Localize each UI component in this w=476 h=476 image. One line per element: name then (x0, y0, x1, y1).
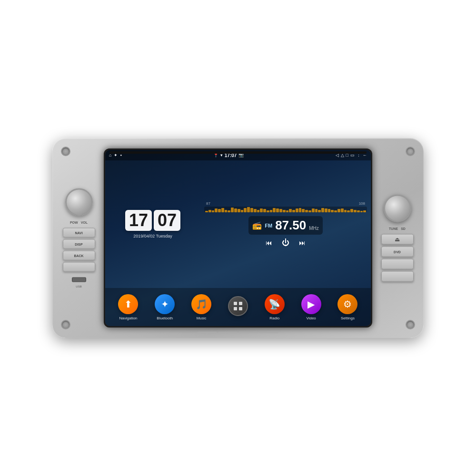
next-button[interactable]: ⏭ (299, 239, 306, 247)
navigation-label: Navigation (119, 316, 138, 320)
freq-value: 87.50 (275, 218, 306, 233)
head-unit: POW VOL NAVI DISP BACK USB TUNE SD ⏏ DVD (52, 138, 424, 338)
clock-date: 2019/04/02 Tuesday (133, 234, 172, 238)
left-knob-labels: POW VOL (70, 221, 88, 224)
freq-start: 87 (206, 201, 210, 206)
settings-app[interactable]: ⚙ Settings (337, 294, 357, 320)
pow-label: POW (70, 221, 78, 224)
clock-hours-block: 17 (125, 210, 152, 231)
eject-button[interactable]: ⏏ (381, 234, 414, 245)
usb-port (72, 278, 86, 282)
radio-app-icon: 📡 (268, 298, 280, 310)
freq-range-labels: 87 108 (204, 201, 367, 206)
settings-icon: ⚙ (343, 298, 352, 310)
apps-icon-circle (228, 296, 248, 316)
video-app[interactable]: ▶ Video (301, 294, 321, 320)
vol-label: VOL (81, 221, 88, 224)
mount-hole-tr (406, 147, 415, 156)
vent-1 (198, 332, 217, 333)
clock-minutes-block: 07 (154, 210, 180, 231)
navi-button[interactable]: NAVI (63, 228, 95, 238)
main-content: 17 07 2019/04/02 Tuesday 87 108 (105, 160, 371, 288)
freq-end: 108 (359, 201, 365, 206)
vol-pow-knob[interactable] (65, 188, 93, 216)
freq-bars-visual (204, 207, 367, 212)
main-screen[interactable]: ⌂ ✦ ▪ 📍 ▾ 17:07 📷 ◁ △ □ ▭ ⋮ ← (105, 150, 371, 326)
left-panel: POW VOL NAVI DISP BACK USB (56, 188, 101, 288)
radio-info: 📻 FM 87.50 MHz (248, 216, 323, 235)
extra-right-btn1[interactable] (381, 259, 414, 269)
extra-left-button[interactable] (63, 262, 95, 272)
mhz-label: MHz (309, 226, 319, 233)
apps-launcher[interactable] (228, 296, 248, 318)
apps-grid-icon (233, 301, 243, 311)
music-icon-circle: 🎵 (191, 294, 211, 314)
sd-label: SD (401, 227, 406, 230)
clock-hours: 17 (129, 212, 148, 229)
disp-button[interactable]: DISP (63, 239, 95, 249)
dvd-button[interactable]: DVD (381, 247, 414, 257)
right-knob-labels: TUNE SD (389, 227, 406, 230)
bluetooth-label: Bluetooth (157, 316, 173, 320)
radio-display: 📻 FM 87.50 MHz (248, 216, 323, 235)
app-row: ⬆ Navigation ✦ Bluetooth 🎵 Music (105, 288, 371, 326)
mount-hole-bl (61, 320, 70, 329)
radio-label: Radio (269, 316, 279, 320)
bluetooth-app[interactable]: ✦ Bluetooth (155, 294, 175, 320)
vent-3 (239, 332, 258, 333)
video-label: Video (306, 316, 316, 320)
navigation-app[interactable]: ⬆ Navigation (118, 294, 138, 320)
mount-hole-br (406, 320, 415, 329)
power-button[interactable]: ⏻ (282, 238, 289, 247)
navigation-icon-circle: ⬆ (118, 294, 138, 314)
video-icon: ▶ (307, 298, 315, 310)
fm-label: FM (265, 223, 272, 228)
extra-right-btn2[interactable] (381, 271, 414, 282)
svg-rect-3 (239, 307, 242, 310)
mount-hole-tl (61, 147, 70, 156)
clock-widget: 17 07 2019/04/02 Tuesday (105, 160, 200, 288)
radio-widget: 87 108 📻 FM 87.50 MHz (200, 160, 371, 288)
navigation-icon: ⬆ (124, 298, 132, 310)
back-button-left[interactable]: BACK (63, 251, 95, 260)
settings-icon-circle: ⚙ (337, 294, 357, 314)
vent-4 (259, 332, 278, 333)
music-icon: 🎵 (196, 298, 208, 310)
bluetooth-icon: ✦ (161, 298, 169, 310)
radio-controls: ⏮ ⏻ ⏭ (266, 238, 306, 247)
clock-minutes: 07 (158, 212, 177, 229)
bluetooth-icon-circle: ✦ (155, 294, 175, 314)
usb-label: USB (76, 285, 81, 288)
right-panel: TUNE SD ⏏ DVD (375, 195, 420, 282)
prev-button[interactable]: ⏮ (266, 239, 272, 247)
tune-sd-knob[interactable] (384, 195, 411, 222)
screen-surround: ⌂ ✦ ▪ 📍 ▾ 17:07 📷 ◁ △ □ ▭ ⋮ ← (104, 149, 372, 327)
radio-app[interactable]: 📡 Radio (265, 294, 285, 320)
vent-2 (218, 332, 238, 333)
settings-label: Settings (341, 316, 355, 320)
svg-rect-1 (239, 302, 242, 305)
music-app[interactable]: 🎵 Music (191, 294, 211, 320)
video-icon-circle: ▶ (301, 294, 321, 314)
music-label: Music (197, 316, 207, 320)
tune-label: TUNE (389, 227, 398, 230)
freq-bar (204, 207, 367, 212)
cd-slot (109, 151, 367, 154)
svg-rect-2 (234, 307, 237, 310)
svg-rect-0 (234, 302, 237, 305)
clock-display: 17 07 (125, 210, 180, 231)
radio-icon-circle: 📡 (265, 294, 285, 314)
radio-icon: 📻 (252, 221, 262, 230)
bottom-vents (198, 332, 278, 333)
